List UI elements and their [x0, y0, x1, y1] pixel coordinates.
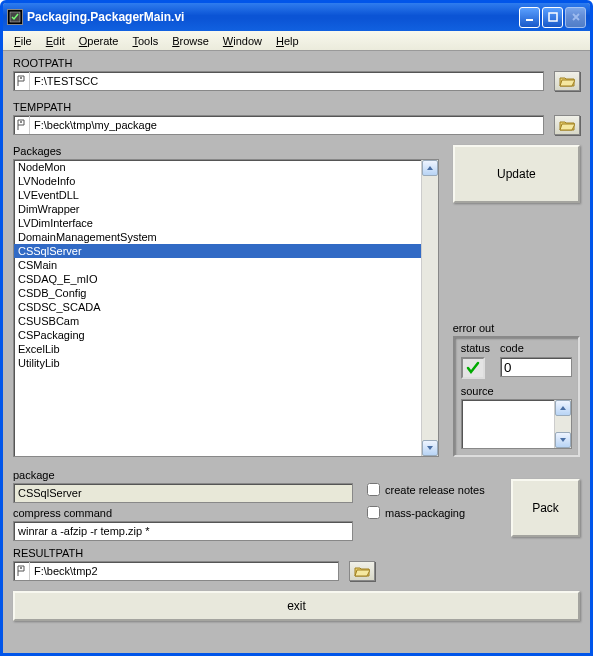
list-item[interactable]: CSPackaging [14, 328, 421, 342]
update-button[interactable]: Update [453, 145, 580, 203]
svg-rect-3 [20, 77, 22, 79]
path-icon [14, 562, 30, 580]
path-icon [14, 116, 30, 134]
list-item[interactable]: DomainManagementSystem [14, 230, 421, 244]
svg-rect-4 [20, 121, 22, 123]
rootpath-input[interactable] [13, 71, 544, 91]
temppath-input[interactable] [13, 115, 544, 135]
list-item[interactable]: CSSqlServer [14, 244, 421, 258]
temppath-text[interactable] [30, 119, 543, 131]
source-label: source [461, 385, 572, 397]
minimize-button[interactable] [519, 7, 540, 28]
code-label: code [500, 342, 572, 354]
scroll-down-button[interactable] [422, 440, 438, 456]
list-item[interactable]: CSDAQ_E_mIO [14, 272, 421, 286]
scroll-up-button[interactable] [422, 160, 438, 176]
list-item[interactable]: DimWrapper [14, 202, 421, 216]
list-item[interactable]: CSDSC_SCADA [14, 300, 421, 314]
menu-tools[interactable]: Tools [125, 33, 165, 49]
svg-rect-2 [549, 13, 557, 21]
list-item[interactable]: NodeMon [14, 160, 421, 174]
rootpath-label: ROOTPATH [13, 57, 580, 69]
scroll-up-button[interactable] [555, 400, 571, 416]
temppath-label: TEMPPATH [13, 101, 580, 113]
path-icon [14, 72, 30, 90]
resultpath-browse-button[interactable] [349, 561, 375, 581]
error-out-section: error out status code [453, 322, 580, 457]
list-item[interactable]: CSMain [14, 258, 421, 272]
svg-rect-1 [526, 19, 533, 21]
title-bar[interactable]: Packaging.PackagerMain.vi [3, 3, 590, 31]
maximize-button[interactable] [542, 7, 563, 28]
content-area: ROOTPATH TEMPPATH Packages [3, 51, 590, 653]
menu-operate[interactable]: Operate [72, 33, 126, 49]
list-item[interactable]: LVDimInterface [14, 216, 421, 230]
scroll-down-button[interactable] [555, 432, 571, 448]
svg-rect-5 [20, 567, 22, 569]
list-item[interactable]: UtilityLib [14, 356, 421, 370]
exit-button[interactable]: exit [13, 591, 580, 621]
menu-help[interactable]: Help [269, 33, 306, 49]
resultpath-label: RESULTPATH [13, 547, 580, 559]
error-out-label: error out [453, 322, 580, 334]
compress-label: compress command [13, 507, 353, 519]
list-item[interactable]: LVNodeInfo [14, 174, 421, 188]
packages-section: Packages NodeMonLVNodeInfoLVEventDLLDimW… [13, 145, 439, 457]
close-button[interactable] [565, 7, 586, 28]
status-label: status [461, 342, 490, 354]
list-item[interactable]: CSDB_Config [14, 286, 421, 300]
list-item[interactable]: LVEventDLL [14, 188, 421, 202]
resultpath-input[interactable] [13, 561, 339, 581]
menu-bar: File Edit Operate Tools Browse Window He… [3, 31, 590, 51]
source-scrollbar[interactable] [554, 400, 571, 448]
menu-browse[interactable]: Browse [165, 33, 216, 49]
packages-listbox[interactable]: NodeMonLVNodeInfoLVEventDLLDimWrapperLVD… [13, 159, 439, 457]
package-label: package [13, 469, 353, 481]
window-title: Packaging.PackagerMain.vi [27, 10, 519, 24]
packages-scrollbar[interactable] [421, 160, 438, 456]
code-input[interactable] [500, 357, 572, 377]
window-controls [519, 7, 586, 28]
temppath-browse-button[interactable] [554, 115, 580, 135]
source-textarea[interactable] [461, 399, 572, 449]
mass-packaging-checkbox[interactable] [367, 506, 380, 519]
mass-packaging-label: mass-packaging [385, 507, 465, 519]
checkmark-icon [465, 360, 481, 376]
menu-window[interactable]: Window [216, 33, 269, 49]
pack-button[interactable]: Pack [511, 479, 580, 537]
status-indicator [461, 357, 485, 379]
rootpath-browse-button[interactable] [554, 71, 580, 91]
compress-input[interactable] [13, 521, 353, 541]
app-window: Packaging.PackagerMain.vi File Edit Oper… [0, 0, 593, 656]
release-notes-checkbox[interactable] [367, 483, 380, 496]
resultpath-field: RESULTPATH [13, 547, 580, 581]
menu-edit[interactable]: Edit [39, 33, 72, 49]
rootpath-text[interactable] [30, 75, 543, 87]
package-input[interactable] [13, 483, 353, 503]
packages-label: Packages [13, 145, 439, 157]
list-item[interactable]: CSUSBCam [14, 314, 421, 328]
rootpath-field: ROOTPATH [13, 57, 580, 91]
release-notes-checkbox-row[interactable]: create release notes [367, 483, 497, 496]
menu-file[interactable]: File [7, 33, 39, 49]
resultpath-text[interactable] [30, 565, 338, 577]
temppath-field: TEMPPATH [13, 101, 580, 135]
app-icon [7, 9, 23, 25]
mass-packaging-checkbox-row[interactable]: mass-packaging [367, 506, 497, 519]
release-notes-label: create release notes [385, 484, 485, 496]
list-item[interactable]: ExcelLib [14, 342, 421, 356]
